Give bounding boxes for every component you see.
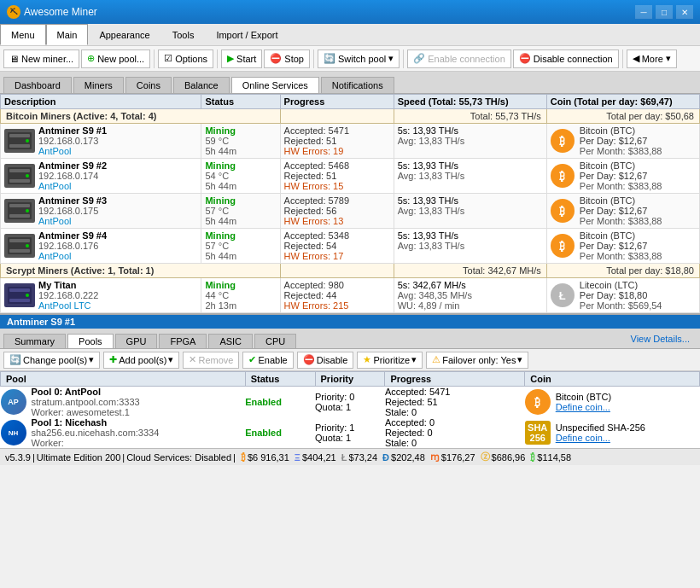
failover-button[interactable]: ⚠ Failover only: Yes ▾: [426, 352, 528, 369]
enable-pool-icon: ✔: [248, 354, 256, 365]
miner-asic-icon: [4, 129, 35, 153]
options-button[interactable]: ☑ Options: [158, 49, 213, 68]
pool-col-priority: Priority: [315, 372, 385, 387]
close-button[interactable]: ✕: [676, 5, 693, 19]
enable-pool-button[interactable]: ✔ Enable: [242, 352, 293, 369]
toolbar-sep-2: [217, 49, 218, 68]
status-bar: v5.3.9 | Ultimate Edition 200 | Cloud Se…: [0, 448, 700, 465]
btc-coin-icon-4: ₿: [551, 234, 575, 258]
disable-pool-button[interactable]: ⛔ Disable: [297, 352, 354, 369]
define-coin-link-0[interactable]: Define coin...: [556, 402, 611, 412]
add-pool-icon: ✚: [109, 354, 117, 365]
col-progress: Progress: [280, 95, 394, 109]
toolbar-sep-4: [403, 49, 404, 68]
toolbar-sep-3: [313, 49, 314, 68]
disable-connection-button[interactable]: ⛔ Disable connection: [513, 49, 619, 68]
tab-online-services[interactable]: Online Services: [231, 77, 319, 93]
bottom-tab-pools[interactable]: Pools: [67, 334, 114, 348]
bottom-tab-gpu[interactable]: GPU: [115, 334, 158, 348]
window-controls: ─ □ ✕: [635, 5, 693, 19]
prioritize-pool-button[interactable]: ★ Prioritize ▾: [357, 352, 423, 369]
disable-pool-icon: ⛔: [303, 354, 315, 365]
pool-col-status: Status: [245, 372, 315, 387]
btc-price: ₿ $6 916,31: [241, 452, 289, 463]
btc-coin-icon-3: ₿: [551, 199, 575, 223]
bottom-tab-bar: Summary Pools GPU FPGA ASIC CPU View Det…: [0, 329, 700, 349]
tab-notifications[interactable]: Notifications: [321, 77, 394, 93]
miner-asic-icon-3: [4, 199, 35, 223]
btc-coin-icon: ₿: [551, 129, 575, 153]
zec-price: ⓩ $686,96: [481, 451, 526, 463]
bottom-section: Antminer S9 #1 Summary Pools GPU FPGA AS…: [0, 313, 700, 448]
bottom-tab-fpga[interactable]: FPGA: [159, 334, 207, 348]
tab-coins[interactable]: Coins: [125, 77, 172, 93]
bch-price: ₿ $114,58: [530, 452, 571, 463]
bottom-tab-asic[interactable]: ASIC: [208, 334, 253, 348]
change-pool-button[interactable]: 🔄 Change pool(s) ▾: [3, 352, 100, 369]
menu-item-main[interactable]: Main: [46, 24, 89, 45]
remove-pool-icon: ✕: [189, 354, 196, 365]
main-content: Description Status Progress Speed (Total…: [0, 94, 700, 313]
more-icon: ◀: [633, 53, 639, 64]
xmr-price: ɱ $176,27: [430, 451, 475, 463]
menu-item-tools[interactable]: Tools: [161, 24, 206, 45]
table-row: Antminer S9 #2 192.168.0.174 AntPool Min…: [1, 159, 700, 194]
start-icon: ▶: [227, 53, 234, 64]
menu-item-appearance[interactable]: Appearance: [88, 24, 160, 45]
remove-pool-button[interactable]: ✕ Remove: [183, 352, 239, 369]
bottom-tab-cpu[interactable]: CPU: [254, 334, 296, 348]
bitcoin-group-header: Bitcoin Miners (Active: 4, Total: 4) Tot…: [1, 109, 700, 124]
tab-dashboard[interactable]: Dashboard: [3, 77, 72, 93]
prioritize-icon: ★: [363, 354, 371, 365]
prioritize-dropdown-icon: ▾: [411, 354, 417, 365]
disable-icon: ⛔: [519, 53, 531, 64]
pool-col-coin: Coin: [525, 372, 700, 387]
tab-balance[interactable]: Balance: [173, 77, 230, 93]
pool-table: Pool Status Priority Progress Coin AP Po…: [0, 371, 700, 448]
change-pool-icon: 🔄: [9, 354, 21, 365]
new-pool-icon: ⊕: [87, 53, 95, 64]
table-row: My Titan 192.168.0.222 AntPool LTC Minin…: [1, 278, 700, 313]
sha256-coin-badge: SHA 256: [525, 421, 551, 445]
bottom-title: Antminer S9 #1: [0, 315, 700, 329]
table-row: Antminer S9 #4 192.168.0.176 AntPool Min…: [1, 229, 700, 264]
new-miner-button[interactable]: 🖥 New miner...: [3, 49, 79, 68]
new-pool-button[interactable]: ⊕ New pool...: [81, 49, 150, 68]
col-speed: Speed (Total: 55,73 TH/s): [394, 95, 546, 109]
miner-asic-icon-2: [4, 164, 35, 188]
start-button[interactable]: ▶ Start: [221, 49, 262, 68]
switch-pool-button[interactable]: 🔄 Switch pool ▾: [318, 49, 400, 68]
table-row: Antminer S9 #1 192.168.0.173 AntPool Min…: [1, 124, 700, 159]
add-pool-dropdown-icon: ▾: [168, 354, 173, 365]
options-icon: ☑: [164, 53, 172, 64]
enable-connection-button[interactable]: 🔗 Enable connection: [407, 49, 511, 68]
ltc-price: Ł $73,24: [341, 452, 377, 463]
pool-toolbar: 🔄 Change pool(s) ▾ ✚ Add pool(s) ▾ ✕ Rem…: [0, 349, 700, 371]
dash-price: Ð $202,48: [382, 452, 425, 463]
more-button[interactable]: ◀ More ▾: [627, 49, 677, 68]
maximize-button[interactable]: □: [656, 5, 673, 19]
view-details-link[interactable]: View Details...: [624, 334, 697, 344]
main-tab-bar: Dashboard Miners Coins Balance Online Se…: [0, 72, 700, 94]
toolbar-sep-5: [622, 49, 623, 68]
switch-pool-icon: 🔄: [324, 53, 335, 64]
eth-price: Ξ $404,21: [295, 452, 336, 463]
scrypt-group-header: Scrypt Miners (Active: 1, Total: 1) Tota…: [1, 264, 700, 278]
add-pool-button[interactable]: ✚ Add pool(s) ▾: [103, 352, 179, 369]
list-item: NH Pool 1: Nicehash sha256.eu.nicehash.c…: [1, 417, 700, 448]
failover-dropdown-icon: ▾: [517, 354, 522, 365]
miners-table: Description Status Progress Speed (Total…: [0, 94, 700, 313]
tab-miners[interactable]: Miners: [73, 77, 124, 93]
menu-item-menu[interactable]: Menu: [0, 24, 46, 45]
col-status: Status: [201, 95, 280, 109]
define-coin-link-1[interactable]: Define coin...: [556, 433, 645, 443]
bottom-tab-summary[interactable]: Summary: [3, 334, 66, 348]
pool-nicehash-icon: NH: [1, 420, 26, 445]
stop-icon: ⛔: [270, 53, 282, 64]
list-item: AP Pool 0: AntPool stratum.antpool.com:3…: [1, 387, 700, 418]
minimize-button[interactable]: ─: [635, 5, 652, 19]
menu-item-import-export[interactable]: Import / Export: [205, 24, 289, 45]
enable-icon: 🔗: [413, 53, 425, 64]
stop-button[interactable]: ⛔ Stop: [264, 49, 310, 68]
change-pool-dropdown-icon: ▾: [89, 354, 94, 365]
